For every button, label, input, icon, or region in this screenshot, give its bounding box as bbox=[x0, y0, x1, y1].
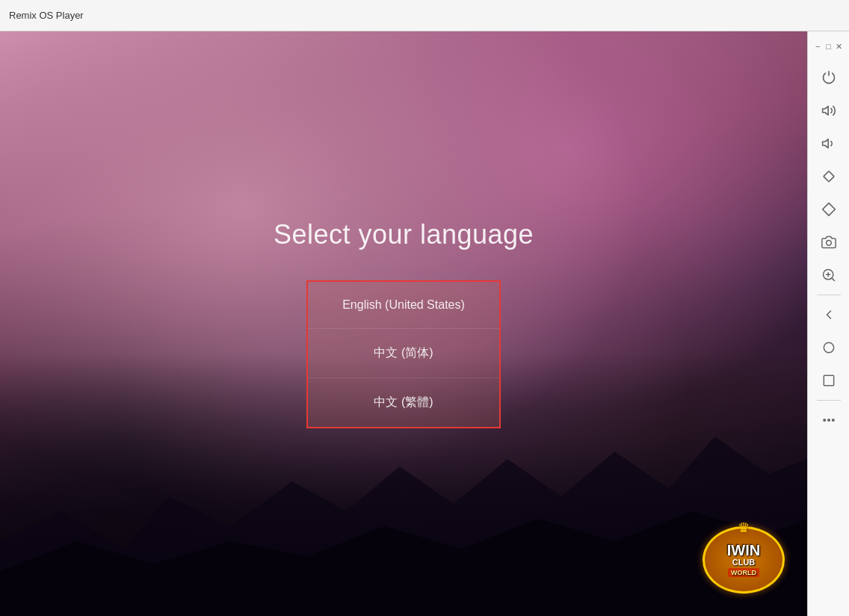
svg-point-3 bbox=[826, 241, 831, 246]
iwin-text: IWIN bbox=[727, 543, 760, 558]
right-sidebar: − □ ✕ bbox=[807, 31, 849, 616]
svg-marker-0 bbox=[822, 106, 828, 115]
language-option-zh-tw[interactable]: 中文 (繁體) bbox=[308, 378, 499, 427]
volume-up-button[interactable] bbox=[814, 96, 844, 126]
iwin-watermark: ♛ IWIN CLUB WORLD bbox=[703, 526, 792, 601]
maximize-button[interactable]: □ bbox=[823, 40, 833, 52]
action-button[interactable] bbox=[814, 194, 844, 224]
recents-icon bbox=[821, 373, 836, 388]
svg-point-8 bbox=[824, 342, 833, 352]
title-bar: Remix OS Player bbox=[0, 0, 849, 31]
svg-marker-1 bbox=[822, 139, 828, 148]
svg-rect-2 bbox=[823, 171, 833, 182]
screenshot-button[interactable] bbox=[814, 227, 844, 257]
language-option-zh-cn[interactable]: 中文 (简体) bbox=[308, 329, 499, 378]
close-button[interactable]: ✕ bbox=[834, 40, 845, 52]
iwin-badge: ♛ IWIN CLUB WORLD bbox=[703, 526, 785, 594]
screen-content: Select your language English (United Sta… bbox=[0, 31, 807, 616]
svg-point-12 bbox=[832, 419, 834, 422]
window-title: Remix OS Player bbox=[9, 10, 84, 21]
minimize-button[interactable]: − bbox=[812, 40, 823, 52]
language-selection-box: English (United States) 中文 (简体) 中文 (繁體) bbox=[306, 280, 501, 428]
volume-up-icon bbox=[821, 103, 836, 118]
sidebar-divider-1 bbox=[817, 295, 841, 295]
emulator-screen: Select your language English (United Sta… bbox=[0, 31, 807, 616]
window-controls: − □ ✕ bbox=[808, 37, 849, 55]
crown-icon: ♛ bbox=[738, 520, 750, 536]
iwin-club-text: CLUB bbox=[732, 558, 756, 567]
diamond1-icon bbox=[821, 169, 836, 184]
zoom-in-icon bbox=[821, 268, 836, 283]
svg-line-5 bbox=[831, 278, 834, 281]
back-icon bbox=[821, 307, 836, 322]
power-icon bbox=[821, 70, 836, 85]
more-icon bbox=[821, 413, 836, 428]
recents-button[interactable] bbox=[814, 366, 844, 395]
svg-rect-9 bbox=[824, 375, 833, 385]
sidebar-divider-2 bbox=[817, 400, 841, 401]
language-option-en[interactable]: English (United States) bbox=[308, 282, 499, 329]
home-icon bbox=[821, 340, 836, 355]
rotate-button[interactable] bbox=[814, 161, 844, 191]
back-button[interactable] bbox=[814, 300, 844, 330]
camera-icon bbox=[821, 235, 836, 250]
zoom-in-button[interactable] bbox=[814, 260, 844, 290]
iwin-world-text: WORLD bbox=[728, 568, 759, 577]
svg-point-11 bbox=[827, 419, 830, 422]
volume-down-button[interactable] bbox=[814, 129, 844, 158]
main-area: Select your language English (United Sta… bbox=[0, 31, 849, 616]
diamond2-icon bbox=[821, 202, 836, 217]
page-title: Select your language bbox=[274, 219, 534, 250]
volume-down-icon bbox=[821, 136, 836, 151]
svg-point-10 bbox=[823, 419, 825, 422]
more-button[interactable] bbox=[814, 405, 844, 435]
home-button[interactable] bbox=[814, 333, 844, 363]
power-button[interactable] bbox=[814, 63, 844, 93]
